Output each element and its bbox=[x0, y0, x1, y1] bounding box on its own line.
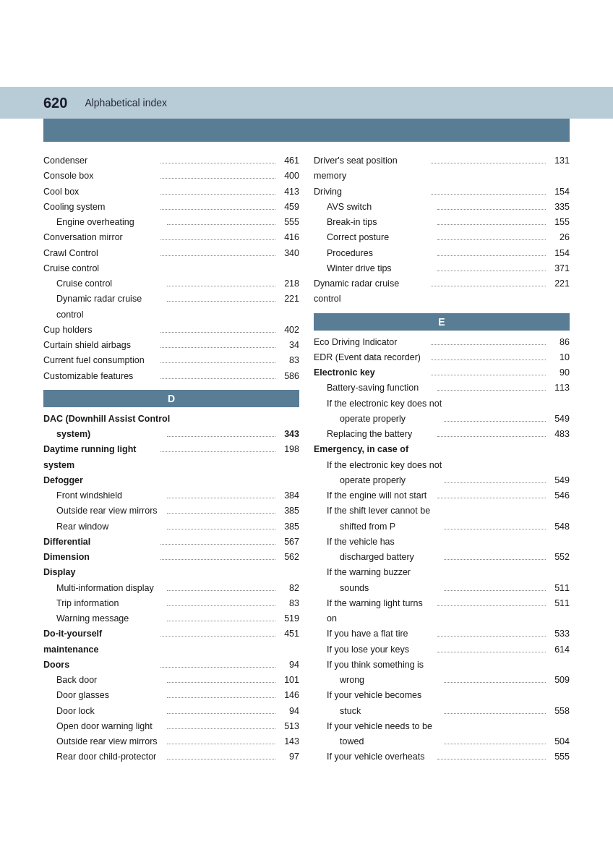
list-item: Customizable features 586 bbox=[43, 369, 299, 384]
list-item: DAC (Downhill Assist Control bbox=[43, 412, 299, 427]
page-number: 620 bbox=[43, 95, 67, 111]
list-item: Differential 567 bbox=[43, 535, 299, 550]
list-item: If the warning light turns on 511 bbox=[314, 596, 570, 627]
list-item: Procedures 154 bbox=[314, 246, 570, 261]
list-item: system) 343 bbox=[43, 427, 299, 442]
list-item: Curtain shield airbags 34 bbox=[43, 338, 299, 353]
list-item: If you think something is bbox=[314, 658, 570, 673]
list-item: Door lock 94 bbox=[43, 704, 299, 719]
list-item: If your vehicle overheats 555 bbox=[314, 749, 570, 765]
list-item: Eco Driving Indicator 86 bbox=[314, 335, 570, 350]
list-item: towed 504 bbox=[314, 734, 570, 749]
page-title: Alphabetical index bbox=[85, 97, 167, 109]
list-item: Daytime running light system 198 bbox=[43, 442, 299, 473]
list-item: Open door warning light 513 bbox=[43, 719, 299, 734]
list-item: Trip information 83 bbox=[43, 596, 299, 611]
list-item: If the electronic key does not bbox=[314, 458, 570, 473]
section-header-e: E bbox=[314, 313, 570, 331]
list-item: wrong 509 bbox=[314, 673, 570, 688]
list-item: If you lose your keys 614 bbox=[314, 642, 570, 658]
right-column: Driver's seat position memory 131 Drivin… bbox=[314, 153, 570, 765]
list-item: Rear door child-protector 97 bbox=[43, 749, 299, 765]
list-item: If your vehicle needs to be bbox=[314, 719, 570, 734]
list-item: Dynamic radar cruise control 221 bbox=[314, 276, 570, 307]
list-item: Doors 94 bbox=[43, 658, 299, 673]
list-item: operate properly 549 bbox=[314, 412, 570, 427]
list-item: Front windshield 384 bbox=[43, 488, 299, 503]
list-item: If the shift lever cannot be bbox=[314, 503, 570, 519]
list-item: Break-in tips 155 bbox=[314, 215, 570, 230]
list-item: Warning message 519 bbox=[43, 611, 299, 626]
list-item: Battery-saving function 113 bbox=[314, 380, 570, 396]
list-item: AVS switch 335 bbox=[314, 200, 570, 215]
list-item: Cup holders 402 bbox=[43, 323, 299, 338]
list-item: Driver's seat position memory 131 bbox=[314, 153, 570, 184]
list-item: Defogger bbox=[43, 473, 299, 488]
list-item: Outside rear view mirrors 143 bbox=[43, 734, 299, 749]
list-item: Rear window 385 bbox=[43, 519, 299, 535]
list-item: Current fuel consumption 83 bbox=[43, 353, 299, 368]
list-item: If the warning buzzer bbox=[314, 565, 570, 580]
list-item: Dynamic radar cruise control 221 bbox=[43, 292, 299, 323]
list-item: Dimension 562 bbox=[43, 550, 299, 565]
list-item: If the engine will not start 546 bbox=[314, 488, 570, 503]
content-area: Condenser 461 Console box 400 Cool box 4… bbox=[0, 142, 613, 794]
list-item: Conversation mirror 416 bbox=[43, 230, 299, 245]
list-item: Door glasses 146 bbox=[43, 688, 299, 703]
list-item: If you have a flat tire 533 bbox=[314, 626, 570, 642]
list-item: Cruise control bbox=[43, 261, 299, 276]
list-item: Driving 154 bbox=[314, 184, 570, 200]
list-item: If the electronic key does not bbox=[314, 396, 570, 412]
list-item: Winter drive tips 371 bbox=[314, 261, 570, 276]
list-item: If your vehicle becomes bbox=[314, 688, 570, 703]
list-item: Engine overheating 555 bbox=[43, 215, 299, 230]
list-item: If the vehicle has bbox=[314, 535, 570, 550]
list-item: EDR (Event data recorder) 10 bbox=[314, 350, 570, 365]
left-column: Condenser 461 Console box 400 Cool box 4… bbox=[43, 153, 299, 765]
list-item: operate properly 549 bbox=[314, 473, 570, 488]
list-item: Outside rear view mirrors 385 bbox=[43, 503, 299, 519]
list-item: Electronic key 90 bbox=[314, 365, 570, 380]
list-item: Back door 101 bbox=[43, 673, 299, 688]
list-item: Do-it-yourself maintenance 451 bbox=[43, 626, 299, 658]
list-item: stuck 558 bbox=[314, 704, 570, 719]
list-item: sounds 511 bbox=[314, 581, 570, 596]
list-item: Cool box 413 bbox=[43, 184, 299, 200]
header-bar: 620 Alphabetical index bbox=[0, 87, 613, 119]
list-item: Replacing the battery 483 bbox=[314, 427, 570, 442]
list-item: discharged battery 552 bbox=[314, 550, 570, 565]
list-item: Emergency, in case of bbox=[314, 442, 570, 457]
list-item: Crawl Control 340 bbox=[43, 246, 299, 261]
section-header-d: D bbox=[43, 390, 299, 407]
list-item: Correct posture 26 bbox=[314, 230, 570, 245]
list-item: Multi-information display 82 bbox=[43, 581, 299, 596]
list-item: Cruise control 218 bbox=[43, 276, 299, 292]
page: 620 Alphabetical index Condenser 461 Con… bbox=[0, 0, 613, 868]
blue-band bbox=[43, 119, 570, 142]
list-item: shifted from P 548 bbox=[314, 519, 570, 535]
list-item: Console box 400 bbox=[43, 169, 299, 184]
list-item: Cooling system 459 bbox=[43, 200, 299, 215]
list-item: Condenser 461 bbox=[43, 153, 299, 169]
list-item: Display bbox=[43, 565, 299, 580]
